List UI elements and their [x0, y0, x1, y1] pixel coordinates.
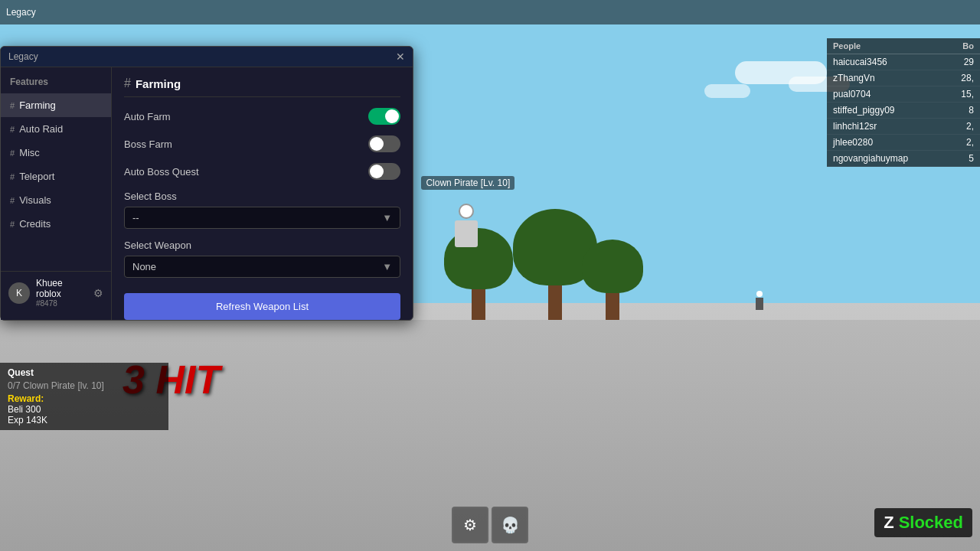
sidebar-item-teleport[interactable]: #Teleport — [1, 165, 111, 188]
toggle-switch-boss-farm[interactable] — [368, 135, 400, 152]
locked-text: Slocked — [899, 513, 963, 533]
leaderboard-rows: haicucai345629zThangVn28,pual070415,stif… — [827, 54, 980, 167]
user-area: K Khuee roblox #8478 ⚙ — [1, 271, 111, 314]
user-name: Khuee roblox — [36, 278, 87, 299]
quest-reward-exp: Exp 143K — [8, 415, 161, 425]
toggle-knob-auto-boss-quest — [370, 165, 384, 178]
sidebar-hash-icon: # — [10, 101, 15, 110]
weapon-select-value: None — [132, 261, 156, 272]
leaderboard-row: jhlee02802, — [827, 135, 980, 151]
user-info: Khuee roblox #8478 — [36, 278, 87, 308]
leaderboard-row: zThangVn28, — [827, 70, 980, 86]
user-id: #8478 — [36, 299, 87, 308]
sidebar-items: #Farming#Auto Raid#Misc#Teleport#Visuals… — [1, 93, 111, 236]
sidebar-hash-icon: # — [10, 196, 15, 205]
leaderboard-row: pual070415, — [827, 86, 980, 103]
section-title: Farming — [136, 77, 181, 90]
settings-button[interactable]: ⚙ — [93, 287, 103, 299]
sidebar-item-farming[interactable]: #Farming — [1, 93, 111, 117]
boss-select-box[interactable]: -- ▼ — [124, 207, 400, 229]
toggle-label-boss-farm: Boss Farm — [124, 139, 172, 150]
sidebar-hash-icon: # — [10, 172, 15, 181]
toggles-container: Auto Farm Boss Farm Auto Boss Quest — [124, 108, 400, 180]
lb-player-name: linhchi12sr — [833, 121, 877, 132]
close-button[interactable]: ✕ — [396, 51, 405, 62]
leaderboard: People Bo haicucai345629zThangVn28,pual0… — [827, 38, 980, 167]
lb-player-name: stiffed_piggy09 — [833, 105, 895, 116]
main-content: # Farming Auto Farm Boss Farm Auto Boss … — [112, 67, 413, 320]
sidebar-hash-icon: # — [10, 125, 15, 134]
boss-select-section: Select Boss -- ▼ — [124, 191, 400, 229]
lb-player-score: 8 — [969, 105, 974, 116]
lb-player-name: ngovangiahuymap — [833, 153, 908, 164]
sidebar-hash-icon: # — [10, 220, 15, 229]
leaderboard-row: stiffed_piggy098 — [827, 103, 980, 119]
hotbar: ⚙ 💀 — [452, 507, 528, 543]
cloud-3 — [704, 84, 750, 98]
weapon-select-chevron-icon: ▼ — [382, 261, 392, 272]
boss-select-chevron-icon: ▼ — [382, 212, 392, 223]
sidebar-hash-icon: # — [10, 148, 15, 158]
top-bar: Legacy — [0, 0, 980, 24]
sidebar-item-credits[interactable]: #Credits — [1, 212, 111, 236]
section-hash: # — [124, 77, 131, 90]
toggle-knob-boss-farm — [370, 137, 384, 151]
leaderboard-col-people: People — [833, 41, 861, 51]
lb-player-name: haicucai3456 — [833, 57, 887, 67]
lb-player-score: 15, — [961, 89, 974, 99]
main-panel: Legacy ✕ Features #Farming#Auto Raid#Mis… — [0, 46, 413, 321]
z-key-label: Z — [884, 513, 893, 533]
weapon-select-label: Select Weapon — [124, 240, 400, 251]
lb-player-name: pual0704 — [833, 89, 871, 99]
lb-player-score: 2, — [966, 121, 974, 132]
sidebar-item-label: Auto Raid — [19, 123, 63, 135]
quest-title: Quest — [8, 367, 161, 378]
boss-select-value: -- — [132, 212, 139, 223]
lb-player-score: 2, — [966, 137, 974, 148]
lb-player-score: 29 — [964, 57, 974, 67]
sidebar-item-label: Misc — [19, 147, 40, 158]
leaderboard-header: People Bo — [827, 38, 980, 54]
enemy-character — [451, 204, 482, 249]
sidebar-item-label: Credits — [19, 218, 51, 230]
tree-3 — [582, 240, 643, 320]
panel-body: Features #Farming#Auto Raid#Misc#Telepor… — [1, 67, 413, 320]
boss-select-label: Select Boss — [124, 191, 400, 202]
weapon-select-section: Select Weapon None ▼ — [124, 240, 400, 278]
leaderboard-col-score: Bo — [962, 41, 974, 51]
toggle-row-boss-farm: Boss Farm — [124, 135, 400, 152]
toggle-row-auto-farm: Auto Farm — [124, 108, 400, 125]
leaderboard-row: haicucai345629 — [827, 54, 980, 70]
quest-progress: 0/7 Clown Pirate [lv. 10] — [8, 380, 161, 391]
sidebar-item-label: Farming — [19, 99, 56, 111]
quest-panel: Quest 0/7 Clown Pirate [lv. 10] Reward: … — [0, 363, 168, 430]
sidebar-item-misc[interactable]: #Misc — [1, 141, 111, 165]
weapon-select-box[interactable]: None ▼ — [124, 256, 400, 278]
leaderboard-row: ngovangiahuymap5 — [827, 151, 980, 167]
sidebar-item-visuals[interactable]: #Visuals — [1, 188, 111, 212]
leaderboard-row: linhchi12sr2, — [827, 119, 980, 135]
toggle-row-auto-boss-quest: Auto Boss Quest — [124, 163, 400, 180]
user-avatar: K — [8, 282, 30, 304]
hotbar-slot-1[interactable]: ⚙ — [452, 507, 488, 543]
lb-player-name: jhlee0280 — [833, 137, 873, 148]
quest-reward-label: Reward: — [8, 393, 161, 404]
z-locked-badge: Z Slocked — [874, 508, 972, 537]
lb-player-score: 28, — [961, 73, 974, 83]
sidebar-header: Features — [1, 73, 111, 93]
sidebar: Features #Farming#Auto Raid#Misc#Telepor… — [1, 67, 112, 320]
toggle-switch-auto-farm[interactable] — [368, 108, 400, 125]
panel-titlebar-title: Legacy — [8, 51, 38, 62]
toggle-label-auto-boss-quest: Auto Boss Quest — [124, 166, 199, 178]
sidebar-item-auto-raid[interactable]: #Auto Raid — [1, 117, 111, 141]
sidebar-item-label: Visuals — [19, 194, 51, 206]
sidebar-item-label: Teleport — [19, 171, 54, 182]
toggle-knob-auto-farm — [385, 109, 399, 123]
toggle-switch-auto-boss-quest[interactable] — [368, 163, 400, 180]
hotbar-slot-2[interactable]: 💀 — [492, 507, 528, 543]
top-bar-title: Legacy — [6, 7, 36, 18]
section-header: # Farming — [124, 77, 400, 97]
toggle-label-auto-farm: Auto Farm — [124, 111, 171, 122]
refresh-weapon-button[interactable]: Refresh Weapon List — [124, 293, 400, 320]
lb-player-name: zThangVn — [833, 73, 875, 83]
